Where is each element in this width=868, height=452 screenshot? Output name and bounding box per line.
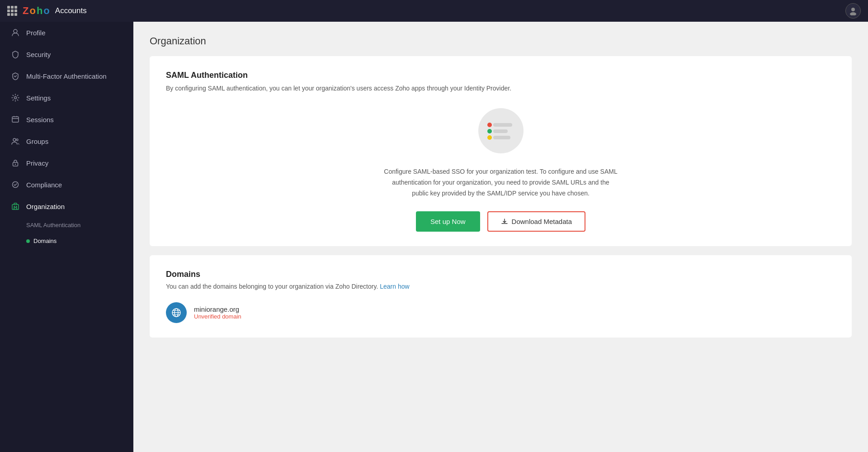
sidebar-item-security[interactable]: Security [0, 43, 133, 65]
domains-card: Domains You can add the domains belongin… [150, 255, 852, 338]
svg-point-5 [13, 138, 16, 141]
gear-icon [11, 93, 20, 102]
sidebar-item-privacy-label: Privacy [26, 159, 48, 167]
sidebar-sub-item-saml[interactable]: SAML Authentication [0, 217, 133, 233]
sidebar-item-organization[interactable]: Organization [0, 195, 133, 217]
setup-now-button[interactable]: Set up Now [416, 211, 480, 232]
svg-rect-17 [493, 129, 508, 133]
shield-icon [11, 50, 20, 59]
svg-point-16 [487, 129, 492, 133]
domain-status: Unverified domain [194, 313, 241, 320]
saml-body-text: Configure SAML-based SSO for your organi… [383, 167, 618, 199]
shield-check-icon [11, 71, 20, 81]
saml-card-title: SAML Authentication [166, 71, 835, 80]
svg-point-8 [15, 164, 16, 165]
domain-info: miniorange.org Unverified domain [194, 305, 241, 320]
saml-action-buttons: Set up Now Download Metadata [166, 211, 835, 232]
app-title: Accounts [55, 6, 87, 15]
svg-point-2 [14, 29, 17, 33]
svg-point-1 [850, 12, 856, 15]
svg-point-6 [16, 139, 18, 141]
sidebar-item-sessions[interactable]: Sessions [0, 109, 133, 130]
svg-rect-19 [493, 136, 510, 139]
page-title: Organization [150, 35, 852, 47]
svg-point-14 [487, 123, 492, 127]
sidebar-item-profile[interactable]: Profile [0, 22, 133, 43]
sidebar-item-privacy[interactable]: Privacy [0, 152, 133, 174]
svg-point-3 [14, 97, 17, 99]
sidebar-sub-item-domains[interactable]: Domains [0, 233, 133, 249]
domain-globe-icon [166, 302, 187, 323]
people-icon [11, 137, 20, 146]
sidebar-item-organization-label: Organization [26, 203, 65, 210]
badge-icon [11, 180, 20, 189]
saml-card-description: By configuring SAML authentication, you … [166, 84, 835, 93]
sidebar-item-compliance[interactable]: Compliance [0, 174, 133, 195]
svg-point-18 [487, 135, 492, 140]
svg-rect-11 [14, 206, 15, 207]
domain-name: miniorange.org [194, 305, 241, 313]
sidebar-item-groups-label: Groups [26, 138, 48, 145]
sidebar-item-security-label: Security [26, 51, 51, 58]
sidebar-item-profile-label: Profile [26, 29, 46, 37]
domains-card-description: You can add the domains belonging to you… [166, 282, 835, 291]
saml-illustration [166, 106, 835, 156]
grid-menu-icon[interactable] [7, 6, 17, 16]
sidebar-item-mfa[interactable]: Multi-Factor Authentication [0, 65, 133, 87]
sidebar-item-settings[interactable]: Settings [0, 87, 133, 109]
sidebar-item-mfa-label: Multi-Factor Authentication [26, 72, 107, 80]
building-icon [11, 202, 20, 211]
svg-rect-4 [12, 117, 19, 122]
topbar-right [845, 3, 861, 19]
learn-how-link[interactable]: Learn how [380, 283, 409, 290]
lock-icon [11, 158, 20, 167]
download-metadata-button[interactable]: Download Metadata [487, 211, 585, 232]
main-layout: Profile Security Multi-Factor Authentica… [0, 22, 868, 452]
user-avatar[interactable] [845, 3, 861, 19]
zoho-logo: Zoho [23, 5, 50, 17]
content-area: Organization SAML Authentication By conf… [133, 22, 868, 452]
sidebar-item-settings-label: Settings [26, 94, 51, 102]
download-icon [501, 218, 508, 225]
sidebar: Profile Security Multi-Factor Authentica… [0, 22, 133, 452]
sidebar-item-compliance-label: Compliance [26, 181, 62, 189]
sessions-icon [11, 115, 20, 124]
person-icon [11, 28, 20, 37]
sidebar-item-groups[interactable]: Groups [0, 130, 133, 152]
saml-card: SAML Authentication By configuring SAML … [150, 56, 852, 246]
saml-illustration-svg [476, 106, 526, 156]
svg-point-0 [851, 8, 855, 11]
sidebar-item-sessions-label: Sessions [26, 116, 54, 124]
svg-rect-15 [493, 123, 512, 127]
domains-card-title: Domains [166, 270, 835, 279]
svg-rect-12 [16, 206, 17, 207]
svg-rect-10 [12, 205, 19, 209]
topbar-left: Zoho Accounts [7, 5, 87, 17]
topbar: Zoho Accounts [0, 0, 868, 22]
domain-row: miniorange.org Unverified domain [166, 302, 835, 323]
